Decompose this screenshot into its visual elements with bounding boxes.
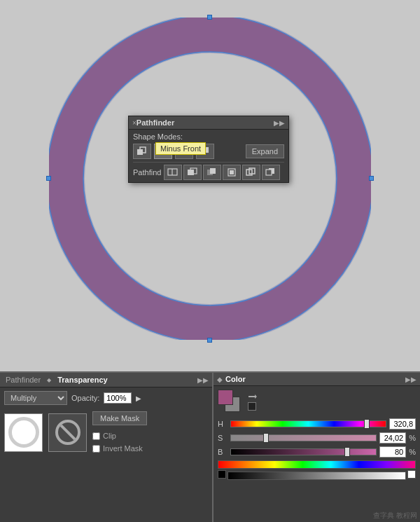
outline-button[interactable] (242, 165, 260, 180)
clip-label: Clip (103, 432, 116, 440)
no-entry-line (59, 425, 76, 441)
no-entry-icon (48, 413, 87, 452)
foreground-swatch[interactable] (218, 390, 233, 405)
exclude-button[interactable] (196, 144, 214, 159)
hue-slider[interactable] (230, 420, 386, 427)
swap-icons (248, 394, 258, 411)
brightness-row: B % (218, 446, 416, 458)
crop-button[interactable] (223, 165, 241, 180)
no-entry-circle (55, 420, 80, 445)
panel-menu-icon[interactable]: ▶▶ (274, 119, 285, 127)
panel-collapse-icon[interactable]: ▶▶ (197, 376, 209, 384)
hue-input[interactable] (389, 418, 416, 430)
white-swatch[interactable] (407, 470, 416, 479)
minus-front-button[interactable] (154, 144, 172, 159)
svg-rect-19 (210, 168, 216, 174)
svg-rect-25 (266, 170, 272, 175)
saturation-input[interactable] (379, 432, 406, 444)
handle-bottom[interactable] (207, 338, 212, 343)
saturation-label: S (218, 434, 227, 442)
color-swatch-row (218, 390, 416, 415)
handle-top[interactable] (207, 15, 212, 20)
none-swatch[interactable] (248, 402, 256, 411)
pathfinder-transparency-panel: Pathfinder ◆ Transparency ▶▶ Multiply Op… (0, 371, 214, 522)
blend-mode-row: Multiply Opacity: ▶ (0, 387, 212, 408)
pathfinder-titlebar: × Pathfinder ▶▶ (129, 116, 288, 130)
trim-button[interactable] (183, 165, 202, 180)
invert-mask-row: Invert Mask (92, 444, 143, 453)
unite-button[interactable] (133, 144, 151, 159)
swap-icon[interactable] (248, 394, 258, 401)
swatch-area[interactable] (218, 390, 243, 415)
minus-back-button[interactable] (262, 165, 280, 180)
pathfind-row: Pathfind (129, 163, 288, 182)
handle-right[interactable] (369, 176, 374, 181)
black-swatch[interactable] (218, 470, 226, 479)
clip-checkbox[interactable] (92, 432, 100, 440)
tab-pathfinder[interactable]: Pathfinder (4, 375, 43, 385)
brightness-thumb (344, 447, 350, 457)
saturation-percent: % (409, 434, 416, 442)
saturation-row: S % (218, 432, 416, 444)
tab-transparency[interactable]: Transparency (55, 375, 110, 385)
blend-mode-select[interactable]: Multiply (4, 391, 67, 405)
opacity-label: Opacity: (71, 394, 99, 402)
brightness-percent: % (409, 448, 416, 456)
hue-label: H (218, 420, 227, 428)
mask-preview-thumbnail (4, 413, 43, 452)
hue-thumb (364, 419, 370, 429)
brightness-label: B (218, 448, 227, 456)
divide-button[interactable] (164, 165, 182, 180)
color-panel: ◆ Color ▶▶ H (214, 371, 420, 522)
svg-rect-13 (204, 149, 205, 153)
merge-button[interactable] (203, 165, 221, 180)
invert-mask-checkbox[interactable] (92, 445, 100, 453)
invert-mask-label: Invert Mask (103, 444, 143, 453)
spectrum-bar[interactable] (218, 460, 416, 469)
pathfind-label: Pathfind (133, 168, 161, 177)
opacity-input[interactable] (104, 392, 132, 404)
svg-rect-10 (182, 149, 185, 153)
shape-modes-label: Shape Modes: (129, 130, 288, 142)
saturation-slider[interactable] (230, 434, 377, 441)
svg-rect-7 (161, 147, 167, 153)
brightness-input[interactable] (379, 446, 406, 458)
color-content: H S % B % (214, 386, 420, 483)
clip-row: Clip (92, 431, 116, 441)
opacity-arrow-icon[interactable]: ▶ (136, 394, 141, 402)
tab-separator: ◆ (47, 377, 51, 383)
handle-left[interactable] (46, 176, 51, 181)
bw-bar-row (218, 470, 416, 480)
color-titlebar: ◆ Color ▶▶ (214, 373, 420, 386)
expand-button[interactable]: Expand (246, 144, 284, 158)
pathfinder-title: Pathfinder (136, 118, 174, 127)
hue-row: H (218, 418, 416, 430)
svg-rect-21 (230, 170, 234, 174)
color-panel-menu-icon[interactable]: ▶▶ (405, 376, 416, 383)
mask-circle-preview (8, 417, 39, 448)
bottom-titlebar: Pathfinder ◆ Transparency ▶▶ (0, 373, 212, 387)
pathfinder-panel: × Pathfinder ▶▶ Shape Modes: Expand Path… (128, 116, 289, 183)
watermark: 查字典 教程网 (373, 511, 417, 521)
color-panel-title: Color (225, 375, 246, 383)
mask-area: Make Mask Clip Invert Mask (0, 408, 212, 456)
make-mask-button[interactable]: Make Mask (92, 411, 147, 425)
intersect-button[interactable] (175, 144, 193, 159)
mask-controls: Make Mask Clip Invert Mask (92, 411, 147, 453)
saturation-thumb (263, 433, 269, 443)
bottom-panels: Pathfinder ◆ Transparency ▶▶ Multiply Op… (0, 371, 420, 522)
brightness-slider[interactable] (230, 448, 377, 455)
color-panel-diamond: ◆ (217, 376, 223, 383)
bw-bar[interactable] (227, 472, 406, 480)
shape-modes-buttons: Expand (129, 142, 288, 162)
